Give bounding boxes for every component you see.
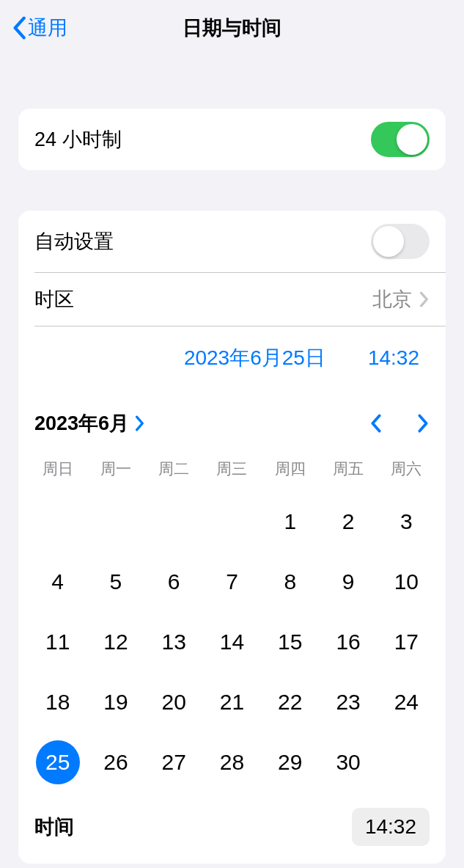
day-number: 5 bbox=[110, 569, 122, 594]
day-number: 15 bbox=[278, 630, 302, 654]
prev-month-button[interactable] bbox=[369, 413, 383, 434]
month-year-button[interactable]: 2023年6月 bbox=[34, 410, 145, 437]
day-number: 10 bbox=[394, 569, 419, 594]
day-number: 29 bbox=[278, 750, 302, 775]
day-number: 27 bbox=[162, 750, 186, 775]
day-number: 8 bbox=[284, 569, 296, 594]
weekday-label: 周三 bbox=[203, 454, 261, 484]
twentyfour-hour-label: 24 小时制 bbox=[34, 126, 122, 153]
day-number: 19 bbox=[103, 690, 128, 715]
calendar-grid: 1234567891011121314151617181920212223242… bbox=[18, 500, 446, 784]
day-cell[interactable]: 29 bbox=[261, 740, 319, 784]
day-cell[interactable]: 10 bbox=[378, 560, 435, 604]
day-cell[interactable]: 25 bbox=[29, 740, 86, 784]
day-cell[interactable]: 6 bbox=[145, 560, 203, 604]
auto-set-label: 自动设置 bbox=[34, 228, 114, 255]
switch-knob bbox=[373, 226, 404, 257]
day-cell[interactable]: 22 bbox=[261, 680, 319, 724]
day-number: 11 bbox=[45, 630, 70, 654]
timezone-value: 北京 bbox=[372, 286, 412, 313]
day-cell[interactable]: 7 bbox=[203, 560, 261, 604]
day-number: 16 bbox=[336, 630, 360, 654]
selected-date-button[interactable]: 2023年6月25日 bbox=[184, 344, 325, 372]
twentyfour-hour-switch[interactable] bbox=[371, 122, 430, 157]
footer-note: 打开"定位服务"将提高自动时区准确性。 bbox=[0, 864, 464, 868]
month-navigation: 2023年6月 bbox=[18, 390, 446, 451]
day-cell[interactable]: 21 bbox=[203, 680, 261, 724]
day-number: 4 bbox=[51, 569, 64, 594]
day-cell[interactable]: 16 bbox=[319, 620, 377, 664]
day-number: 6 bbox=[168, 569, 180, 594]
back-label: 通用 bbox=[28, 15, 67, 41]
timezone-label: 时区 bbox=[34, 286, 74, 313]
back-button[interactable]: 通用 bbox=[12, 15, 67, 41]
time-picker-button[interactable]: 14:32 bbox=[352, 808, 430, 846]
day-cell[interactable]: 11 bbox=[29, 620, 86, 664]
switch-knob bbox=[397, 124, 427, 155]
day-number: 7 bbox=[226, 569, 238, 594]
weekday-label: 周五 bbox=[319, 454, 377, 484]
datetime-summary: 2023年6月25日 14:32 bbox=[18, 327, 446, 390]
chevron-right-icon bbox=[135, 415, 145, 431]
day-number: 9 bbox=[342, 569, 355, 594]
day-number: 17 bbox=[394, 630, 419, 654]
day-cell[interactable]: 30 bbox=[319, 740, 377, 784]
day-number: 30 bbox=[336, 750, 360, 775]
section-datetime: 自动设置 时区 北京 2023年6月25日 14:32 2023年6月 bbox=[18, 211, 446, 864]
day-number: 20 bbox=[162, 690, 186, 715]
day-cell[interactable]: 20 bbox=[145, 680, 203, 724]
day-cell[interactable]: 18 bbox=[29, 680, 86, 724]
weekday-label: 周二 bbox=[145, 454, 203, 484]
day-cell[interactable]: 17 bbox=[378, 620, 435, 664]
selected-time-button[interactable]: 14:32 bbox=[368, 346, 419, 370]
day-cell[interactable]: 2 bbox=[319, 500, 377, 544]
section-24hour: 24 小时制 bbox=[18, 109, 446, 170]
weekday-label: 周日 bbox=[29, 454, 86, 484]
day-number: 13 bbox=[162, 630, 186, 654]
day-cell[interactable]: 5 bbox=[86, 560, 144, 604]
day-cell[interactable]: 8 bbox=[261, 560, 319, 604]
day-number: 18 bbox=[45, 690, 70, 715]
weekday-label: 周四 bbox=[261, 454, 319, 484]
row-24hour: 24 小时制 bbox=[18, 109, 446, 170]
day-cell[interactable]: 19 bbox=[86, 680, 144, 724]
day-cell[interactable]: 1 bbox=[261, 500, 319, 544]
day-cell[interactable]: 24 bbox=[378, 680, 435, 724]
day-cell[interactable]: 14 bbox=[203, 620, 261, 664]
day-cell[interactable]: 4 bbox=[29, 560, 86, 604]
day-cell[interactable]: 27 bbox=[145, 740, 203, 784]
time-row: 时间 14:32 bbox=[18, 792, 446, 864]
time-row-label: 时间 bbox=[34, 814, 74, 840]
day-cell[interactable]: 9 bbox=[319, 560, 377, 604]
weekday-header: 周日周一周二周三周四周五周六 bbox=[18, 454, 446, 484]
page-title: 日期与时间 bbox=[183, 15, 281, 41]
row-timezone[interactable]: 时区 北京 bbox=[18, 273, 446, 326]
day-cell[interactable]: 12 bbox=[86, 620, 144, 664]
day-cell[interactable]: 3 bbox=[378, 500, 435, 544]
day-number: 3 bbox=[400, 509, 413, 534]
day-number: 2 bbox=[342, 509, 355, 534]
weekday-label: 周六 bbox=[378, 454, 435, 484]
day-number: 12 bbox=[103, 630, 128, 654]
day-number: 23 bbox=[336, 690, 360, 715]
day-number: 24 bbox=[394, 690, 419, 715]
auto-set-switch[interactable] bbox=[371, 224, 430, 259]
day-cell[interactable]: 23 bbox=[319, 680, 377, 724]
day-number: 21 bbox=[220, 690, 244, 715]
month-year-label: 2023年6月 bbox=[34, 410, 129, 437]
row-auto-set: 自动设置 bbox=[18, 211, 446, 272]
day-number: 26 bbox=[103, 750, 128, 775]
day-cell[interactable]: 26 bbox=[86, 740, 144, 784]
chevron-left-icon bbox=[12, 16, 26, 40]
day-number: 22 bbox=[278, 690, 302, 715]
day-number: 14 bbox=[220, 630, 244, 654]
day-cell[interactable]: 13 bbox=[145, 620, 203, 664]
chevron-right-icon bbox=[419, 291, 430, 307]
day-cell[interactable]: 28 bbox=[203, 740, 261, 784]
day-number: 1 bbox=[284, 509, 296, 534]
day-number: 28 bbox=[220, 750, 244, 775]
day-number: 25 bbox=[36, 740, 80, 784]
next-month-button[interactable] bbox=[416, 413, 430, 434]
weekday-label: 周一 bbox=[86, 454, 144, 484]
day-cell[interactable]: 15 bbox=[261, 620, 319, 664]
